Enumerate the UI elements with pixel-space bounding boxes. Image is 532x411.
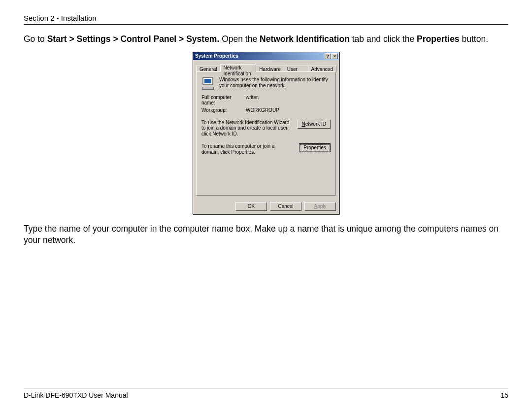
tab-panel: Windows uses the following information t… (196, 71, 336, 196)
networkid-rest: etwork ID (305, 121, 326, 127)
footer-rule (24, 388, 508, 388)
system-properties-dialog: System Properties ? × General Network Id… (193, 52, 339, 214)
network-id-button[interactable]: Network ID (298, 120, 331, 129)
intro-mid2: tab and click the (352, 34, 417, 44)
footer-page-number: 15 (500, 391, 508, 399)
rename-text: To rename this computer or join a domain… (201, 143, 293, 155)
tabs-row: General Network Identification Hardware … (196, 63, 336, 72)
computer-icon (201, 77, 215, 90)
properties-u: P (303, 145, 307, 150)
intro-bold-tab: Network Identification (260, 34, 350, 44)
ok-button[interactable]: OK (235, 202, 267, 211)
page-footer: D-Link DFE-690TXD User Manual 15 (24, 388, 508, 399)
close-icon[interactable]: × (332, 53, 338, 59)
properties-button[interactable]: Properties (299, 143, 331, 152)
apply-button[interactable]: Apply (304, 202, 336, 211)
intro-mid: Open the (222, 34, 260, 44)
help-icon[interactable]: ? (325, 53, 331, 59)
apply-rest: pply (317, 204, 326, 209)
workgroup-label: Workgroup: (201, 107, 246, 113)
fullname-label: Full computer name: (201, 95, 246, 105)
intro-pre: Go to (24, 34, 47, 44)
header-rule (24, 24, 508, 25)
intro-bold-properties: Properties (417, 34, 460, 44)
cancel-button[interactable]: Cancel (270, 202, 301, 211)
fullname-value: writer. (246, 95, 259, 105)
section-header: Section 2 - Installation (24, 14, 508, 22)
dialog-titlebar[interactable]: System Properties ? × (193, 52, 339, 60)
paragraph-2: Type the name of your computer in the co… (24, 223, 508, 246)
workgroup-value: WORKGROUP (246, 107, 279, 113)
tab-network-identification[interactable]: Network Identification (220, 64, 257, 72)
info-text: Windows uses the following information t… (219, 77, 331, 90)
intro-paragraph: Go to Start > Settings > Control Panel >… (24, 34, 508, 45)
footer-manual: D-Link DFE-690TXD User Manual (24, 391, 128, 399)
dialog-bottom-buttons: OK Cancel Apply (193, 199, 339, 214)
wizard-text: To use the Network Identification Wizard… (201, 120, 292, 137)
dialog-title: System Properties (195, 53, 324, 59)
intro-post: button. (462, 34, 488, 44)
networkid-u: N (302, 121, 305, 127)
properties-rest: roperties (307, 145, 326, 150)
intro-bold-path: Start > Settings > Control Panel > Syste… (47, 34, 220, 44)
